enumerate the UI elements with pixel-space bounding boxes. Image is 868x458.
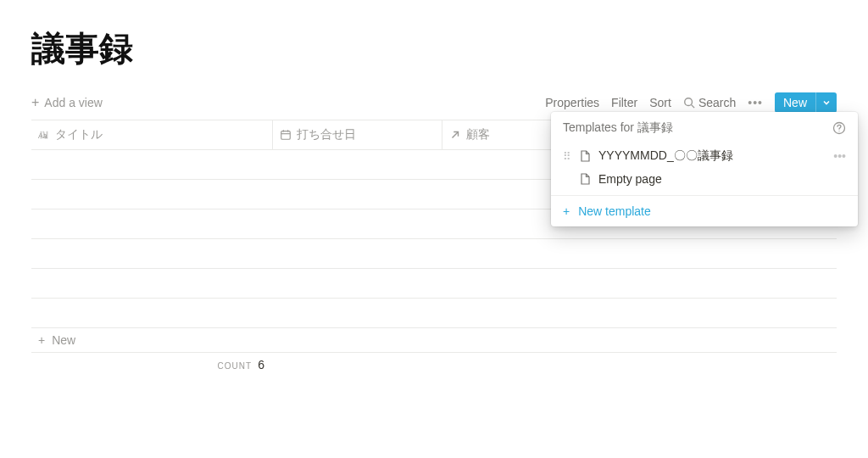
svg-text:Aa: Aa xyxy=(38,131,47,140)
new-template-label: New template xyxy=(578,204,651,218)
drag-handle-icon[interactable]: ⠿ xyxy=(563,151,571,162)
page-icon xyxy=(578,172,592,186)
add-view-label: Add a view xyxy=(44,96,102,109)
template-item-label: YYYYMMDD_〇〇議事録 xyxy=(598,148,826,164)
title-property-icon: Aa xyxy=(38,129,50,141)
template-more-icon[interactable]: ••• xyxy=(833,149,846,163)
new-button-label: New xyxy=(775,92,815,113)
table-row[interactable] xyxy=(31,269,837,299)
template-item[interactable]: ⠿ YYYYMMDD_〇〇議事録 ••• xyxy=(551,144,858,168)
page-icon xyxy=(578,149,592,163)
page-title: 議事録 xyxy=(0,0,868,72)
help-icon[interactable] xyxy=(832,121,846,135)
add-row-button[interactable]: + New xyxy=(31,328,837,353)
add-row-label: New xyxy=(52,333,75,347)
column-date-label: 打ち合せ日 xyxy=(297,127,356,142)
svg-rect-3 xyxy=(281,131,291,140)
chevron-down-icon xyxy=(822,98,831,107)
svg-point-8 xyxy=(838,131,839,131)
add-view-button[interactable]: + Add a view xyxy=(31,96,103,109)
relation-icon xyxy=(449,129,461,141)
column-header-date[interactable]: 打ち合せ日 xyxy=(273,120,442,149)
column-customer-label: 顧客 xyxy=(466,127,490,142)
search-label: Search xyxy=(698,96,736,109)
count-value: 6 xyxy=(258,358,264,371)
column-header-title[interactable]: Aa タイトル xyxy=(31,120,273,149)
empty-page-label: Empty page xyxy=(598,172,846,186)
count-label: COUNT xyxy=(218,361,253,371)
new-button[interactable]: New xyxy=(775,92,837,113)
calendar-icon xyxy=(280,129,292,141)
table-row[interactable] xyxy=(31,299,837,328)
dropdown-title: Templates for 議事録 xyxy=(563,120,673,136)
dropdown-header: Templates for 議事録 xyxy=(551,112,858,144)
more-icon[interactable]: ••• xyxy=(748,96,763,109)
table-footer: COUNT 6 xyxy=(31,353,837,377)
column-title-label: タイトル xyxy=(55,127,103,142)
count-cell[interactable]: COUNT 6 xyxy=(31,358,273,371)
plus-icon: + xyxy=(563,204,570,218)
search-icon xyxy=(683,97,695,109)
search-button[interactable]: Search xyxy=(683,96,736,109)
table-row[interactable] xyxy=(31,239,837,269)
svg-line-1 xyxy=(692,105,695,109)
new-button-dropdown[interactable] xyxy=(815,92,837,113)
plus-icon: + xyxy=(38,333,45,347)
sort-button[interactable]: Sort xyxy=(649,96,671,109)
svg-point-0 xyxy=(685,98,693,106)
toolbar-right: Properties Filter Sort Search ••• New xyxy=(545,92,837,113)
filter-button[interactable]: Filter xyxy=(611,96,637,109)
empty-page-item[interactable]: Empty page xyxy=(551,168,858,190)
properties-button[interactable]: Properties xyxy=(545,96,599,109)
templates-dropdown: Templates for 議事録 ⠿ YYYYMMDD_〇〇議事録 ••• E… xyxy=(551,112,858,226)
plus-icon: + xyxy=(31,96,39,109)
new-template-button[interactable]: + New template xyxy=(551,195,858,221)
